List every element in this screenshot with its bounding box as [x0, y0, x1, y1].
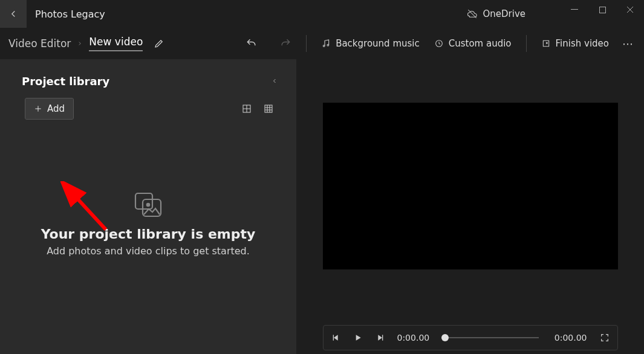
close-button[interactable]	[616, 0, 644, 19]
background-music-button[interactable]: Background music	[317, 38, 423, 49]
breadcrumb-current[interactable]: New video	[89, 36, 143, 51]
svg-point-3	[327, 44, 329, 46]
total-time: 0:00.00	[555, 333, 587, 343]
plus-icon	[34, 105, 42, 113]
window-controls	[561, 0, 644, 19]
redo-button[interactable]	[276, 34, 295, 53]
divider	[306, 35, 307, 52]
previous-frame-button[interactable]	[330, 331, 343, 344]
timeline-track[interactable]	[445, 337, 539, 338]
grid-2x2-icon	[242, 104, 252, 114]
title-bar: Photos Legacy OneDrive	[0, 0, 644, 28]
maximize-icon	[599, 7, 606, 13]
close-icon	[626, 6, 634, 13]
svg-rect-11	[333, 335, 333, 340]
breadcrumb: Video Editor New video	[8, 36, 143, 51]
library-empty-title: Your project library is empty	[41, 227, 256, 242]
ellipsis-icon: ⋯	[622, 37, 634, 50]
arrow-left-icon	[8, 8, 19, 19]
grid-3x3-icon	[264, 104, 273, 114]
player-bar: 0:00.00 0:00.00	[323, 325, 618, 350]
background-music-label: Background music	[336, 38, 420, 49]
svg-rect-0	[571, 9, 578, 10]
preview-panel: 0:00.00 0:00.00	[296, 59, 644, 354]
onedrive-label: OneDrive	[483, 8, 525, 19]
play-icon	[353, 333, 363, 343]
svg-rect-7	[135, 193, 152, 209]
minimize-button[interactable]	[561, 0, 588, 19]
svg-point-2	[323, 45, 325, 47]
custom-audio-button[interactable]: Custom audio	[431, 38, 515, 49]
rename-button[interactable]	[154, 38, 164, 49]
top-toolbar: Video Editor New video Background music …	[0, 28, 644, 59]
svg-rect-1	[599, 7, 605, 13]
timeline-thumb[interactable]	[441, 334, 449, 341]
back-button[interactable]	[0, 0, 27, 28]
music-icon	[321, 39, 331, 48]
play-button[interactable]	[351, 331, 365, 344]
maximize-button[interactable]	[588, 0, 616, 19]
step-back-icon	[331, 333, 341, 343]
fullscreen-button[interactable]	[598, 331, 611, 344]
view-large-button[interactable]	[241, 103, 253, 115]
add-button[interactable]: Add	[25, 98, 73, 119]
cloud-off-icon	[467, 8, 478, 19]
undo-icon	[246, 37, 258, 50]
divider	[526, 35, 527, 52]
svg-point-9	[147, 204, 149, 206]
svg-rect-12	[382, 335, 383, 340]
pencil-icon	[154, 38, 164, 49]
fullscreen-icon	[600, 333, 610, 343]
photos-icon	[134, 191, 163, 218]
library-empty-subtitle: Add photos and video clips to get starte…	[47, 245, 250, 257]
library-empty-state: Your project library is empty Add photos…	[0, 119, 296, 354]
project-library-title: Project library	[22, 75, 109, 88]
next-frame-button[interactable]	[373, 331, 386, 344]
add-label: Add	[47, 103, 65, 114]
audio-icon	[434, 39, 444, 48]
onedrive-status[interactable]: OneDrive	[467, 8, 525, 19]
more-button[interactable]: ⋯	[622, 37, 634, 50]
breadcrumb-root[interactable]: Video Editor	[8, 37, 71, 50]
custom-audio-label: Custom audio	[449, 38, 512, 49]
collapse-panel-button[interactable]	[271, 77, 278, 86]
finish-video-button[interactable]: Finish video	[538, 38, 613, 49]
current-time: 0:00.00	[397, 333, 430, 343]
app-title: Photos Legacy	[35, 8, 105, 20]
view-small-button[interactable]	[262, 103, 275, 115]
redo-icon	[279, 37, 291, 50]
undo-button[interactable]	[242, 34, 261, 53]
svg-rect-6	[265, 105, 272, 112]
finish-video-label: Finish video	[556, 38, 609, 49]
minimize-icon	[571, 6, 578, 13]
main-area: Project library Add	[0, 59, 644, 354]
chevron-left-icon	[271, 77, 278, 85]
step-forward-icon	[375, 333, 385, 343]
project-library-panel: Project library Add	[0, 59, 296, 354]
video-preview[interactable]	[323, 103, 618, 269]
export-icon	[541, 39, 551, 48]
chevron-right-icon	[77, 40, 83, 47]
